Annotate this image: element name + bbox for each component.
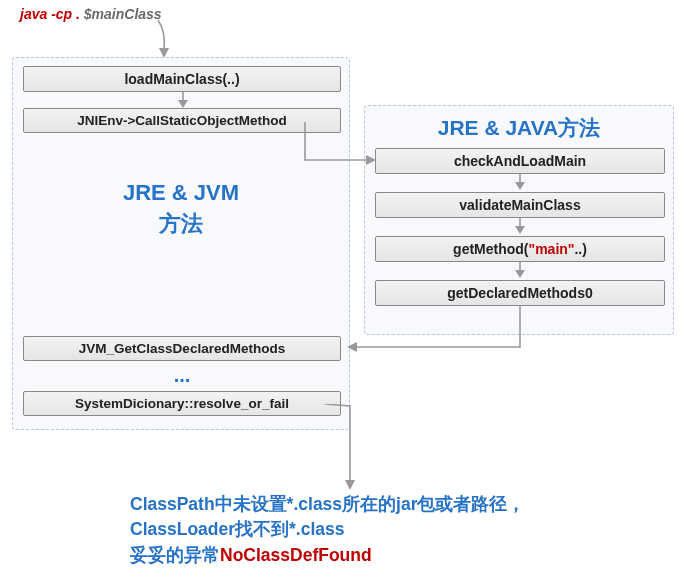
ellipsis: ... bbox=[23, 364, 341, 387]
panel-jvm-title-l2: 方法 bbox=[159, 211, 203, 236]
arrow-cmd-to-load bbox=[150, 18, 180, 60]
conclusion-l1: ClassPath中未设置*.class所在的jar包或者路径， bbox=[130, 494, 526, 514]
node-jnienv: JNIEnv->CallStaticObjectMethod bbox=[23, 108, 341, 133]
node-checkAndLoadMain: checkAndLoadMain bbox=[375, 148, 665, 174]
arrow-validate-to-getmethod bbox=[510, 218, 530, 236]
command-mainclass: $mainClass bbox=[84, 6, 162, 22]
panel-jvm-title-l1: JRE & JVM bbox=[123, 180, 239, 205]
svg-marker-8 bbox=[515, 270, 525, 278]
node-getDeclaredMethods0: getDeclaredMethods0 bbox=[375, 280, 665, 306]
panel-jvm-title: JRE & JVM 方法 bbox=[13, 178, 349, 240]
svg-marker-11 bbox=[345, 480, 355, 490]
node-jvm-getdeclared: JVM_GetClassDeclaredMethods bbox=[23, 336, 341, 361]
conclusion-l2: ClassLoader找不到*.class bbox=[130, 519, 345, 539]
node-getMethod: getMethod("main"..) bbox=[375, 236, 665, 262]
panel-java-title: JRE & JAVA方法 bbox=[365, 114, 673, 142]
panel-java: JRE & JAVA方法 checkAndLoadMain validateMa… bbox=[364, 105, 674, 335]
arrow-check-to-validate bbox=[510, 174, 530, 192]
getmethod-main: "main" bbox=[529, 241, 575, 257]
getmethod-suffix: ..) bbox=[574, 241, 586, 257]
getmethod-prefix: getMethod( bbox=[453, 241, 528, 257]
command-java: java -cp . bbox=[20, 6, 84, 22]
node-validateMainClass: validateMainClass bbox=[375, 192, 665, 218]
arrow-getmethod-to-declared0 bbox=[510, 262, 530, 280]
svg-marker-6 bbox=[515, 226, 525, 234]
svg-marker-2 bbox=[178, 100, 188, 108]
node-loadMainClass: loadMainClass(..) bbox=[23, 66, 341, 92]
conclusion-text: ClassPath中未设置*.class所在的jar包或者路径， ClassLo… bbox=[130, 492, 630, 568]
node-systemdict: SystemDicionary::resolve_or_fail bbox=[23, 391, 341, 416]
command-text: java -cp . $mainClass bbox=[20, 6, 162, 22]
conclusion-error: NoClassDefFound bbox=[220, 545, 372, 565]
conclusion-l3a: 妥妥的异常 bbox=[130, 545, 220, 565]
svg-marker-4 bbox=[515, 182, 525, 190]
panel-jvm: JRE & JVM 方法 loadMainClass(..) JNIEnv->C… bbox=[12, 57, 350, 430]
